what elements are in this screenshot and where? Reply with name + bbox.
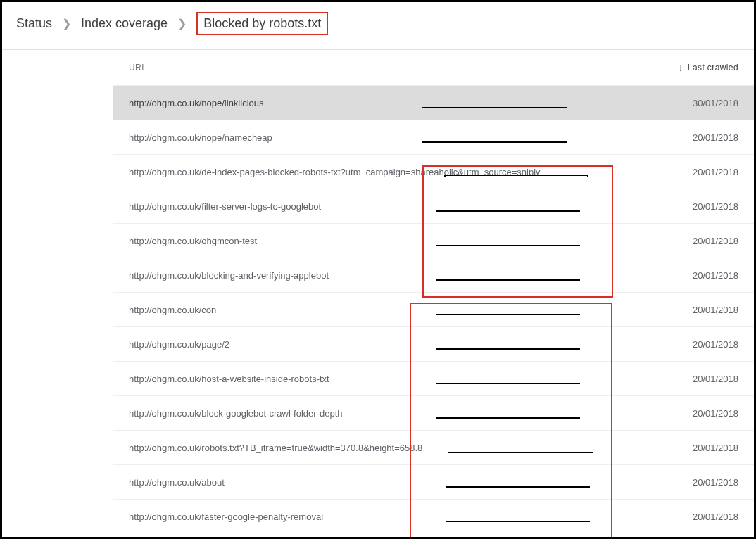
date-cell: 20/01/2018: [654, 132, 738, 143]
column-header-last-crawled[interactable]: ↓ Last crawled: [654, 62, 738, 73]
url-cell: http://ohgm.co.uk/de-index-pages-blocked…: [129, 167, 654, 177]
url-cell: http://ohgm.co.uk/faster-google-penalty-…: [129, 512, 654, 522]
table-row[interactable]: http://ohgm.co.uk/de-index-pages-blocked…: [113, 154, 754, 189]
last-crawled-tooltip: Last crawled: 20 Jan 2018, 02:34:08: [448, 452, 593, 453]
date-cell: 20/01/2018: [654, 374, 738, 384]
url-cell: http://ohgm.co.uk/host-a-website-inside-…: [129, 374, 654, 384]
table-row[interactable]: http://ohgm.co.uk/aboutLast crawled: 20 …: [113, 464, 754, 499]
content-area: URL ↓ Last crawled http://ohgm.co.uk/nop…: [2, 50, 754, 539]
chevron-right-icon: ❯: [62, 18, 71, 30]
last-crawled-tooltip: Last crawled: 30 Jan 2018, 15:21:54: [422, 107, 567, 108]
last-crawled-tooltip: Last crawled: 20 Jan 2018, 02:34:08: [436, 383, 580, 384]
url-cell: http://ohgm.co.uk/robots.txt?TB_iframe=t…: [129, 443, 654, 453]
date-cell: 20/01/2018: [654, 339, 738, 350]
left-gutter: [2, 50, 113, 539]
chevron-right-icon: ❯: [177, 18, 187, 30]
last-crawled-tooltip: Last crawled: 20 Jan 2018, 02:34:22: [436, 279, 580, 281]
url-cell: http://ohgm.co.uk/filter-server-logs-to-…: [129, 201, 654, 212]
last-crawled-tooltip: Last crawled: 20 Jan 2018, 02:34:08: [446, 486, 590, 488]
table-row[interactable]: http://ohgm.co.uk/nope/linkliciousLast c…: [113, 85, 754, 120]
url-cell: http://ohgm.co.uk/blocking-and-verifying…: [129, 270, 654, 281]
table-row[interactable]: http://ohgm.co.uk/blocking-and-verifying…: [113, 258, 754, 292]
table-row[interactable]: http://ohgm.co.uk/filter-server-logs-to-…: [113, 189, 754, 223]
table-row[interactable]: http://ohgm.co.uk/faster-google-penalty-…: [113, 499, 754, 533]
table-row[interactable]: http://ohgm.co.uk/host-a-website-inside-…: [113, 361, 754, 395]
table-row[interactable]: http://ohgm.co.uk/block-googlebot-crawl-…: [113, 395, 754, 430]
last-crawled-tooltip: Last crawled: 20 Jan 2018, 02:34:22: [436, 245, 580, 246]
url-cell: http://ohgm.co.uk/block-googlebot-crawl-…: [129, 408, 654, 419]
last-crawled-tooltip: Last crawled: 20 Jan 2018, 02:34:08: [436, 314, 580, 315]
date-cell: 20/01/2018: [654, 512, 738, 522]
table-row[interactable]: http://ohgm.co.uk/ohgmcon-testLast crawl…: [113, 223, 754, 258]
url-cell: http://ohgm.co.uk/conLast crawled: 20 Ja…: [129, 305, 654, 315]
url-cell: http://ohgm.co.uk/nope/linkliciousLast c…: [129, 98, 654, 108]
main-panel: URL ↓ Last crawled http://ohgm.co.uk/nop…: [113, 50, 754, 539]
breadcrumb-status[interactable]: Status: [16, 16, 52, 31]
app-frame: Status ❯ Index coverage ❯ Blocked by rob…: [0, 0, 756, 539]
arrow-down-icon: ↓: [678, 62, 683, 73]
date-cell: 20/01/2018: [654, 305, 738, 315]
url-cell: http://ohgm.co.uk/ohgmcon-testLast crawl…: [129, 236, 654, 246]
last-crawled-tooltip: Last crawled: 20 Jan 2018, 21:41:55: [422, 141, 567, 143]
url-cell: http://ohgm.co.uk/nope/namecheapLast cra…: [129, 132, 654, 143]
date-cell: 20/01/2018: [654, 443, 738, 453]
last-crawled-tooltip: Last crawled: 20 Jan 2018, 02:34:08: [436, 417, 580, 419]
date-cell: 20/01/2018: [654, 201, 738, 212]
table-row[interactable]: http://ohgm.co.uk/robots.txt?TB_iframe=t…: [113, 430, 754, 464]
url-cell: http://ohgm.co.uk/page/2Last crawled: 20…: [129, 339, 654, 350]
date-cell: 20/01/2018: [654, 270, 738, 281]
last-crawled-tooltip: Last crawled: 20 Jan 2018, 02:34:22: [436, 210, 580, 212]
breadcrumb-index-coverage[interactable]: Index coverage: [81, 16, 168, 31]
breadcrumb-current: Blocked by robots.txt: [196, 12, 328, 35]
url-cell: http://ohgm.co.uk/aboutLast crawled: 20 …: [129, 477, 654, 488]
date-cell: 20/01/2018: [654, 236, 738, 246]
table-header: URL ↓ Last crawled: [113, 50, 754, 85]
column-header-url[interactable]: URL: [129, 63, 654, 72]
date-cell: 20/01/2018: [654, 167, 738, 177]
last-crawled-tooltip: Last crawled: 20 Jan 2018, 02:34:08: [436, 348, 580, 350]
column-header-last-crawled-label: Last crawled: [688, 63, 738, 72]
date-cell: 20/01/2018: [654, 408, 738, 419]
table-row[interactable]: http://ohgm.co.uk/nope/namecheapLast cra…: [113, 120, 754, 154]
last-crawled-tooltip: Last crawled: 20 Jan 2018, 02:34:22: [444, 175, 588, 177]
table-row[interactable]: http://ohgm.co.uk/page/2Last crawled: 20…: [113, 326, 754, 361]
last-crawled-tooltip: Last crawled: 20 Jan 2018, 02:34:08: [446, 521, 590, 522]
breadcrumb: Status ❯ Index coverage ❯ Blocked by rob…: [2, 2, 754, 50]
table-body: http://ohgm.co.uk/nope/linkliciousLast c…: [113, 85, 754, 533]
date-cell: 30/01/2018: [654, 98, 738, 108]
date-cell: 20/01/2018: [654, 477, 738, 488]
table-row[interactable]: http://ohgm.co.uk/conLast crawled: 20 Ja…: [113, 292, 754, 326]
